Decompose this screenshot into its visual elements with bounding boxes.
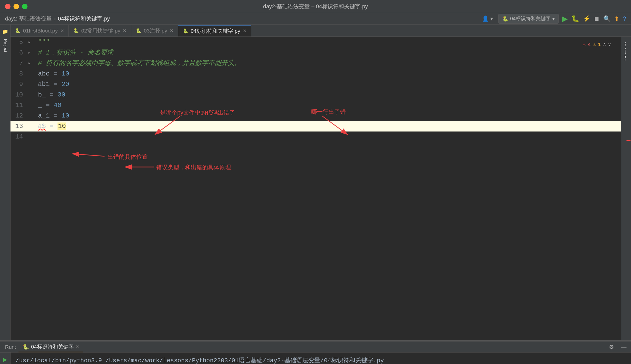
code-line-9: 9 ab1 = 20 <box>10 79 621 90</box>
bottom-right-controls: ⚙ — <box>607 343 628 351</box>
editor-tabs: 🐍 01firstBlood.py ✕ 🐍 02常用快捷键.py ✕ 🐍 03注… <box>10 24 631 37</box>
line-number-9: 9 <box>10 79 28 90</box>
breadcrumb: day2-基础语法变量 › 04标识符和关键字.py 👤 ▾ 🐍 04标识符和关… <box>0 13 631 24</box>
user-icon[interactable]: 👤 ▾ <box>480 14 495 23</box>
update-button[interactable]: ⬆ <box>614 15 619 22</box>
line-number-14: 14 <box>10 132 28 142</box>
run-label: Run: <box>2 344 18 350</box>
close-button[interactable] <box>5 4 10 9</box>
code-content-7: # 所有的名字必须由字母、数字或者下划线组成，并且数字不能开头。 <box>36 58 621 68</box>
config-name: 04标识符和关键字 <box>510 15 550 22</box>
breadcrumb-separator: › <box>54 15 56 22</box>
line-number-6: 6 <box>10 48 28 58</box>
run-config-selector[interactable]: 🐍 04标识符和关键字 ▾ <box>498 14 558 24</box>
run-tab-label: 04标识符和关键字 <box>31 343 74 350</box>
line-number-7: 7 <box>10 58 28 68</box>
code-content-6: # 1．标识符 - 命名要求 <box>36 48 621 58</box>
line-number-12: 12 <box>10 110 28 121</box>
tab-close-0[interactable]: ✕ <box>60 28 64 34</box>
line-number-5: 5 <box>10 37 28 48</box>
search-button[interactable]: 🔍 <box>603 15 611 22</box>
code-line-12: 12 a_1 = 10 <box>10 110 621 121</box>
tab-03comments[interactable]: 🐍 03注释.py ✕ <box>131 25 178 36</box>
dropdown-arrow: ▾ <box>552 16 555 22</box>
code-line-11: 11 _ = 40 <box>10 100 621 110</box>
minimize-button[interactable] <box>14 4 19 9</box>
run-icon-sidebar[interactable]: ▶ <box>1 355 10 364</box>
coverage-button[interactable]: ⚡ <box>583 15 590 22</box>
scroll-error-mark <box>626 140 630 141</box>
tab-04identifiers[interactable]: 🐍 04标识符和关键字.py ✕ <box>178 25 251 36</box>
left-sidebar: 📁 Project <box>0 24 10 340</box>
line-number-10: 10 <box>10 90 28 100</box>
run-button-toolbar[interactable]: ▶ <box>562 14 568 23</box>
warn-count: 1 <box>598 40 601 50</box>
code-line-6: 6 ▸ # 1．标识符 - 命名要求 <box>10 48 621 58</box>
tab-label-3: 04标识符和关键字.py <box>191 28 240 34</box>
help-button[interactable]: ? <box>623 15 626 22</box>
run-icon-small: 🐍 <box>502 16 508 22</box>
bottom-tab-run[interactable]: 🐍 04标识符和关键字 ✕ <box>18 342 83 352</box>
run-tab-icon: 🐍 <box>22 344 29 350</box>
code-editor[interactable]: ⚠ 4 ⚠ 1 ∧ ∨ 5 ▸ """ 6 ▸ # 1．标识符 <box>10 37 621 340</box>
fold-icon-6: ▸ <box>28 48 36 58</box>
code-content-11: _ = 40 <box>36 100 621 110</box>
code-line-14: 14 <box>10 132 621 142</box>
tab-icon-0: 🐍 <box>15 28 20 34</box>
tab-label-2: 03注释.py <box>144 27 167 34</box>
tab-icon-2: 🐍 <box>136 28 141 34</box>
tab-close-2[interactable]: ✕ <box>170 28 174 34</box>
code-content-10: b_ = 30 <box>36 90 621 100</box>
code-content-9: ab1 = 20 <box>36 79 621 90</box>
debug-button-toolbar[interactable]: 🐛 <box>571 15 579 22</box>
error-count: 4 <box>588 40 591 50</box>
fold-icon-5: ▸ <box>28 37 36 48</box>
line-number-11: 11 <box>10 100 28 110</box>
terminal-command: /usr/local/bin/python3.9 /Users/mac/work… <box>16 356 626 364</box>
tab-label-1: 02常用快捷键.py <box>81 27 120 34</box>
terminal-output[interactable]: /usr/local/bin/python3.9 /Users/mac/work… <box>10 352 631 364</box>
editor-wrapper: ⚠ 4 ⚠ 1 ∧ ∨ 5 ▸ """ 6 ▸ # 1．标识符 <box>10 37 631 340</box>
tab-close-1[interactable]: ✕ <box>123 28 126 34</box>
code-line-7: 7 ▸ # 所有的名字必须由字母、数字或者下划线组成，并且数字不能开头。 <box>10 58 621 68</box>
bottom-panel: Run: 🐍 04标识符和关键字 ✕ ⚙ — ▶ ↑ ⏹ ⇌ ⬇ 🖨 🗑 /us… <box>0 342 631 364</box>
run-tab-close[interactable]: ✕ <box>76 344 79 349</box>
error-gutter: ⚠ 4 ⚠ 1 ∧ ∨ <box>583 40 611 50</box>
tab-icon-1: 🐍 <box>73 28 79 34</box>
scroll-indicator <box>626 37 631 340</box>
sidebar-project-icon[interactable]: 📁 <box>1 27 10 36</box>
code-line-13: 13 a$ = 10 <box>10 121 621 132</box>
fold-icon-7: ▸ <box>28 58 36 68</box>
code-content-5: """ <box>36 37 621 48</box>
close-panel-icon[interactable]: — <box>619 343 628 351</box>
tab-02shortcuts[interactable]: 🐍 02常用快捷键.py ✕ <box>69 25 131 36</box>
bottom-tabs: Run: 🐍 04标识符和关键字 ✕ ⚙ — <box>0 342 631 352</box>
maximize-button[interactable] <box>22 4 28 9</box>
line-number-8: 8 <box>10 68 28 79</box>
breadcrumb-parent[interactable]: day2-基础语法变量 <box>5 15 52 22</box>
tab-close-3[interactable]: ✕ <box>243 28 246 34</box>
stop-button[interactable]: ⏹ <box>594 15 600 22</box>
sidebar-item-project[interactable]: Project <box>2 38 8 54</box>
settings-icon[interactable]: ⚙ <box>607 343 616 351</box>
code-line-8: 8 abc = 10 <box>10 68 621 79</box>
tab-icon-3: 🐍 <box>183 28 188 34</box>
editor-area: 🐍 01firstBlood.py ✕ 🐍 02常用快捷键.py ✕ 🐍 03注… <box>10 24 631 340</box>
code-content-13: a$ = 10 <box>36 121 621 132</box>
breadcrumb-current: 04标识符和关键字.py <box>58 15 110 22</box>
code-content-12: a_1 = 10 <box>36 110 621 121</box>
code-line-10: 10 b_ = 30 <box>10 90 621 100</box>
window-controls <box>5 4 28 9</box>
code-content-8: abc = 10 <box>36 68 621 79</box>
line-number-13: 13 <box>10 121 28 132</box>
title-bar: day2-基础语法变量 – 04标识符和关键字.py <box>0 0 631 13</box>
main-layout: 📁 Project 🐍 01firstBlood.py ✕ 🐍 02常用快捷键.… <box>0 24 631 340</box>
bottom-left-sidebar: ▶ ↑ ⏹ ⇌ ⬇ 🖨 🗑 <box>0 352 10 364</box>
tab-label-0: 01firstBlood.py <box>23 28 58 34</box>
window-title: day2-基础语法变量 – 04标识符和关键字.py <box>263 3 368 10</box>
code-line-5: 5 ▸ """ <box>10 37 621 48</box>
tab-01firstblood[interactable]: 🐍 01firstBlood.py ✕ <box>10 25 69 36</box>
